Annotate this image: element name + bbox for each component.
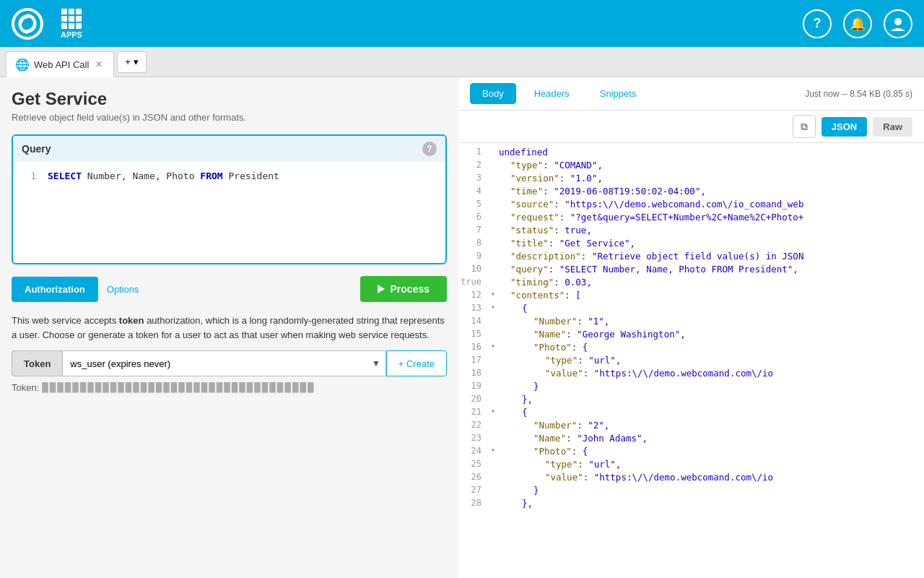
json-key: "status" [510,225,554,236]
query-header: Query ? [13,136,445,162]
query-title: Query [22,143,51,155]
json-value: "2019-06-08T19:50:02-04:00", [554,186,706,197]
json-line-content: { [499,303,924,314]
options-button[interactable]: Options [104,277,142,302]
process-label: Process [391,283,430,295]
json-line-number: 17 [458,355,487,365]
json-colon: : [543,186,554,197]
json-value: "url", [588,355,621,366]
json-line-number: 26 [458,472,487,482]
tab-headers[interactable]: Headers [522,83,582,104]
json-toggle[interactable]: ▾ [487,446,499,454]
json-value: "https:\/\/demo.webcomand.com\/io [594,368,773,379]
json-line-content: "Photo": { [499,342,924,353]
json-line: 18"value": "https:\/\/demo.webcomand.com… [458,367,924,380]
query-editor[interactable]: 1 SELECT Number, Name, Photo FROM Presid… [13,162,445,263]
json-line-content: "status": true, [499,225,924,236]
raw-format-button[interactable]: Raw [873,117,912,137]
json-line-content: "Number": "2", [499,420,924,431]
json-line-content: "description": "Retrieve object field va… [499,251,924,262]
json-key: "timing" [510,277,554,288]
json-toggle[interactable]: ▾ [487,290,499,298]
json-value: 0.03, [565,277,592,288]
json-format-button[interactable]: JSON [821,117,867,137]
query-code[interactable]: SELECT Number, Name, Photo FROM Presiden… [48,171,437,254]
notification-icon[interactable]: 🔔 [843,9,872,38]
json-colon: : [572,342,583,353]
top-navigation: APPS ? 🔔 [0,0,924,47]
create-token-button[interactable]: + Create [386,350,447,376]
json-line-number: 15 [458,329,487,339]
main-content: Get Service Retrieve object field value(… [0,77,924,578]
tab-snippets[interactable]: Snippets [588,83,649,104]
json-line-number: 20 [458,394,487,404]
json-line-number: 4 [458,186,487,196]
json-line-number: 3 [458,173,487,183]
json-line-number: 13 [458,303,487,313]
json-line-content: "query": "SELECT Number, Name, Photo FRO… [499,264,924,275]
json-colon: : [581,251,592,262]
apps-button[interactable]: APPS [55,6,88,42]
new-tab-button[interactable]: + ▾ [117,51,146,73]
token-blurred-value: ████████████████████████████████████ [42,382,315,393]
json-colon: : [559,212,570,223]
token-row: Token ws_user (expires never) ▼ + Create [12,350,447,376]
json-line-content: }, [499,394,924,405]
json-line-number: true [458,277,487,287]
authorization-button[interactable]: Authorization [12,277,98,302]
logo[interactable] [12,8,43,40]
avatar-icon[interactable] [884,9,912,38]
query-box: Query ? 1 SELECT Number, Name, Photo FRO… [12,134,447,264]
keyword-from: FROM [200,171,222,181]
new-tab-label: + ▾ [125,56,138,67]
json-colon: : [583,472,594,483]
help-icon[interactable]: ? [803,9,832,38]
json-line: 13▾{ [458,302,924,315]
json-colon: : [577,316,588,327]
json-line-content: "source": "https:\/\/demo.webcomand.com\… [499,199,924,210]
page-title: Get Service [12,89,447,109]
process-button[interactable]: Process [360,276,447,302]
json-value: "1.0", [570,173,603,184]
json-viewer[interactable]: 1undefined2"type": "COMAND",3"version": … [458,143,924,578]
json-value: "?get&query=SELECT+Number%2C+Name%2C+Pho… [570,212,804,223]
tab-web-api-call[interactable]: 🌐 Web API Call ✕ [6,51,114,77]
json-value: "COMAND", [554,160,603,171]
json-toggle[interactable]: ▾ [487,303,499,311]
json-line-content: "type": "url", [499,459,924,470]
json-line-content: { [499,407,924,418]
query-help-icon[interactable]: ? [422,142,437,156]
json-line-number: 19 [458,381,487,391]
json-line: 7"status": true, [458,224,924,237]
json-value: } [533,381,539,392]
json-line-content: "title": "Get Service", [499,238,924,249]
apps-grid-icon [61,9,82,29]
json-key: "value" [545,368,583,379]
json-line-number: 16 [458,342,487,352]
copy-button[interactable]: ⧉ [793,115,816,138]
json-toggle[interactable]: ▾ [487,342,499,350]
json-value: }, [522,498,533,509]
json-value: "Retrieve object field value(s) in JSON [592,251,804,262]
token-select[interactable]: ws_user (expires never) [62,350,385,376]
token-prefix: Token: [12,382,39,393]
json-value: { [522,407,528,418]
tab-close-button[interactable]: ✕ [93,59,105,70]
json-colon: : [559,173,570,184]
json-key: "Photo" [533,446,572,457]
json-line-number: 9 [458,251,487,261]
json-key: "Name" [533,329,566,340]
json-toggle[interactable]: ▾ [487,407,499,415]
json-line: 6"request": "?get&query=SELECT+Number%2C… [458,211,924,224]
page-description: Retrieve object field value(s) in JSON a… [12,112,447,123]
json-line: 8"title": "Get Service", [458,237,924,250]
json-line: 26"value": "https:\/\/demo.webcomand.com… [458,471,924,484]
tab-body[interactable]: Body [470,83,516,104]
json-key: "contents" [510,290,565,301]
json-line-content: undefined [499,147,924,158]
json-line-number: 14 [458,316,487,326]
tab-label: Web API Call [34,59,89,70]
json-colon: : [583,368,594,379]
tab-earth-icon: 🌐 [15,58,30,72]
token-label: Token [12,350,62,376]
